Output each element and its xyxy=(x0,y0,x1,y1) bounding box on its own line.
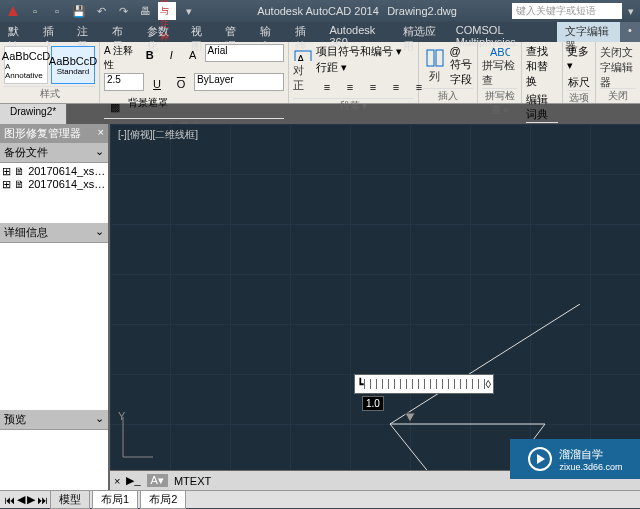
tab-a360[interactable]: Autodesk 360 xyxy=(321,22,394,42)
ribbon-tabs: 默认 插入 注释 布局 参数化 视图 管理 输出 插件 Autodesk 360… xyxy=(0,22,640,42)
linespacing-dropdown[interactable]: 行距 ▾ xyxy=(316,60,430,75)
tree-item[interactable]: ⊞ 🗎 20170614_xshe... xyxy=(2,178,106,191)
tab-layout2[interactable]: 布局2 xyxy=(140,490,186,509)
justify-button[interactable]: A 对正 xyxy=(293,49,313,93)
new-icon[interactable]: ▫ xyxy=(26,2,44,20)
svg-rect-2 xyxy=(427,50,434,66)
field-button[interactable]: 字段 xyxy=(450,72,474,87)
layout-nav-last-icon[interactable]: ⏭ xyxy=(37,494,48,506)
tab-extra[interactable]: • xyxy=(620,22,640,42)
tree-item[interactable]: ⊞ 🗎 20170614_xshe... xyxy=(2,165,106,178)
text-style-annotative[interactable]: AaBbCcD A Annotative xyxy=(4,46,48,84)
ribbon: AaBbCcD A Annotative AaBbCcD Standard 样式… xyxy=(0,42,640,104)
find-replace-button[interactable]: 查找和替换 xyxy=(526,44,558,89)
tab-model[interactable]: 模型 xyxy=(50,490,90,509)
layout-nav-prev-icon[interactable]: ◀ xyxy=(17,493,25,506)
search-input[interactable]: 键入关键字或短语 xyxy=(512,3,622,19)
doc-tab-drawing2[interactable]: Drawing2* xyxy=(0,104,67,124)
app-logo[interactable] xyxy=(4,2,22,20)
bold-button[interactable]: B xyxy=(140,44,160,66)
viewport-label[interactable]: [-][俯视][二维线框] xyxy=(118,128,198,142)
help-icon[interactable]: ▾ xyxy=(622,2,640,20)
more-options-button[interactable]: 更多 ▾ xyxy=(567,44,591,72)
watermark: 溜溜自学 zixue.3d66.com xyxy=(510,439,640,479)
cmd-prompt-icon: ▶_ xyxy=(126,474,140,487)
ruler-toggle[interactable]: 标尺 xyxy=(568,75,590,90)
recovery-palette: 图形修复管理器 × 备份文件⌄ ⊞ 🗎 20170614_xshe... ⊞ 🗎… xyxy=(0,124,110,490)
tab-layout1[interactable]: 布局1 xyxy=(92,490,138,509)
italic-button[interactable]: I xyxy=(162,44,182,66)
panel-label-options: 选项 xyxy=(567,90,591,105)
edit-dict-button[interactable]: 编辑词典 xyxy=(526,92,558,122)
details-pane xyxy=(0,243,108,410)
section-preview[interactable]: 预览⌄ xyxy=(0,410,108,430)
align-center-icon[interactable]: ≡ xyxy=(339,76,361,98)
spellcheck-button[interactable]: ABC 拼写检查 xyxy=(482,44,517,88)
panel-label-paragraph[interactable]: 段落 ▾ xyxy=(293,98,414,113)
tab-text-editor[interactable]: 文字编辑器 xyxy=(557,22,620,42)
svg-rect-3 xyxy=(436,50,443,66)
font-dropdown[interactable]: Arial xyxy=(205,44,284,62)
palette-close-icon[interactable]: × xyxy=(98,126,104,141)
mask-icon[interactable]: ▩ xyxy=(104,96,126,118)
tab-manage[interactable]: 管理 xyxy=(217,22,252,42)
ucs-icon: Y xyxy=(118,412,158,462)
underline-button[interactable]: U xyxy=(146,73,168,95)
text-style-standard[interactable]: AaBbCcD Standard xyxy=(51,46,95,84)
tab-plugins[interactable]: 插件 xyxy=(287,22,322,42)
text-height-input[interactable]: 2.5 xyxy=(104,73,144,91)
layout-nav-next-icon[interactable]: ▶ xyxy=(27,493,35,506)
panel-label-insert: 插入 xyxy=(423,88,473,103)
tab-featured[interactable]: 精选应用 xyxy=(395,22,448,42)
panel-label-style: 样式 xyxy=(4,86,95,101)
section-details[interactable]: 详细信息⌄ xyxy=(0,223,108,243)
font-prefix-icon: A xyxy=(183,44,203,66)
chevron-down-icon: ⌄ xyxy=(95,145,104,160)
panel-label-close: 关闭 xyxy=(600,88,636,103)
preview-pane xyxy=(0,430,108,490)
tab-output[interactable]: 输出 xyxy=(252,22,287,42)
text-ruler[interactable]: ┗ ◊ xyxy=(354,374,494,394)
svg-text:ABC: ABC xyxy=(490,46,510,56)
cmd-indicator[interactable]: A▾ xyxy=(147,474,168,487)
column-grip-icon[interactable] xyxy=(404,412,416,424)
open-icon[interactable]: ▫ xyxy=(48,2,66,20)
layout-nav-first-icon[interactable]: ⏮ xyxy=(4,494,15,506)
text-input-value[interactable]: 1.0 xyxy=(362,396,384,411)
align-left-icon[interactable]: ≡ xyxy=(316,76,338,98)
tab-parametric[interactable]: 参数化 xyxy=(139,22,183,42)
annotative-label: A 注释性 xyxy=(104,44,138,72)
section-backup[interactable]: 备份文件⌄ xyxy=(0,143,108,163)
cmd-text: MTEXT xyxy=(174,475,211,487)
undo-icon[interactable]: ↶ xyxy=(92,2,110,20)
bullets-dropdown[interactable]: 项目符号和编号 ▾ xyxy=(316,44,430,59)
overline-button[interactable]: O xyxy=(170,73,192,95)
tab-view[interactable]: 视图 xyxy=(183,22,218,42)
tab-layout[interactable]: 布局 xyxy=(104,22,139,42)
save-icon[interactable]: 💾 xyxy=(70,2,88,20)
print-icon[interactable]: 🖶 xyxy=(136,2,154,20)
symbol-button[interactable]: @ 符号 xyxy=(450,45,474,72)
tab-stop-icon[interactable]: ┗ xyxy=(357,378,364,391)
panel-label-spell[interactable]: 拼写检查 » xyxy=(482,88,517,117)
backup-tree[interactable]: ⊞ 🗎 20170614_xshe... ⊞ 🗎 20170614_xshe..… xyxy=(0,163,108,223)
color-dropdown[interactable]: ByLayer xyxy=(194,73,284,91)
align-right-icon[interactable]: ≡ xyxy=(362,76,384,98)
palette-title: 图形修复管理器 × xyxy=(0,124,108,143)
tab-default[interactable]: 默认 xyxy=(0,22,35,42)
redo-icon[interactable]: ↷ xyxy=(114,2,132,20)
columns-button[interactable]: 列 xyxy=(423,44,447,88)
tab-annotate[interactable]: 注释 xyxy=(69,22,104,42)
workspace-indicator[interactable]: 草图与注释 xyxy=(158,2,176,20)
align-justify-icon[interactable]: ≡ xyxy=(385,76,407,98)
qat-dropdown-icon[interactable]: ▾ xyxy=(180,2,198,20)
tab-insert[interactable]: 插入 xyxy=(35,22,70,42)
cmd-close-icon[interactable]: × xyxy=(114,475,120,487)
mask-label[interactable]: 背景遮罩 xyxy=(128,96,168,118)
viewport[interactable]: [-][俯视][二维线框] ┗ ◊ 1.0 Y × ▶_ A▾ MTEXT xyxy=(110,124,640,490)
close-editor-button[interactable]: 关闭文字编辑器 xyxy=(600,44,636,88)
chevron-down-icon: ⌄ xyxy=(95,412,104,427)
ruler-handle-icon[interactable]: ◊ xyxy=(486,378,491,390)
mtext-editor[interactable]: ┗ ◊ 1.0 xyxy=(354,374,494,394)
tab-comsol[interactable]: COMSOL Multiphysics xyxy=(448,22,558,42)
